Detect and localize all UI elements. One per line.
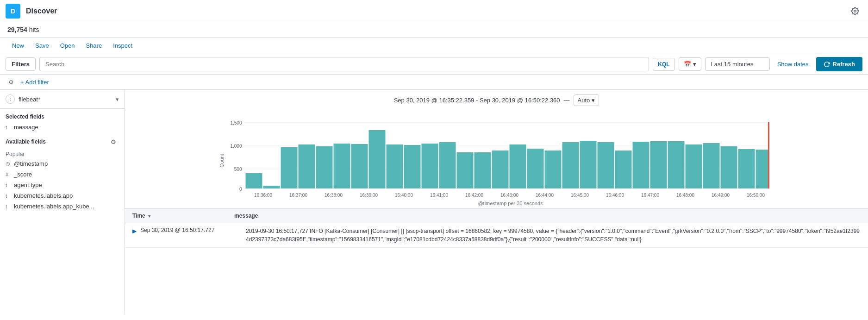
bar-29 — [756, 150, 769, 188]
field-item-message[interactable]: t message — [0, 122, 125, 132]
bar-8 — [387, 144, 403, 188]
hits-bar: 29,754 hits — [0, 22, 868, 38]
bar-27 — [721, 146, 737, 188]
x-tick-1638: 16:38:00 — [325, 193, 343, 198]
field-type-t4: t — [6, 204, 11, 209]
td-time: Sep 30, 2019 @ 16:50:17.727 — [140, 227, 242, 233]
bar-26 — [703, 143, 720, 188]
action-bar: New Save Open Share Inspect — [0, 38, 868, 54]
field-item-agent-type[interactable]: t agent.type — [0, 180, 125, 190]
save-button[interactable]: Save — [31, 39, 54, 52]
date-range-text: Sep 30, 2019 @ 16:35:22.359 - Sep 30, 20… — [394, 97, 560, 104]
y-axis-label: Count — [219, 154, 225, 167]
refresh-button[interactable]: Refresh — [816, 57, 862, 71]
available-fields-title: Available fields — [6, 138, 108, 145]
add-filter-bar: ⚙ + Add filter — [0, 75, 868, 90]
bar-11 — [439, 142, 456, 188]
field-name-k8s-labels-app-kube: kubernetes.labels.app_kube... — [14, 203, 94, 210]
auto-select[interactable]: Auto ▾ — [574, 94, 599, 106]
field-item-timestamp[interactable]: ◷ @timestamp — [0, 158, 125, 169]
th-message: message — [234, 213, 861, 219]
app-icon: D — [6, 4, 20, 19]
field-type-t3: t — [6, 193, 11, 199]
x-tick-1636: 16:36:00 — [254, 193, 272, 198]
sidebar: ‹ filebeat* ▾ Selected fields t message … — [0, 90, 125, 314]
collapse-icon[interactable]: ‹ — [6, 94, 15, 104]
field-item-score[interactable]: # _score — [0, 169, 125, 180]
auto-chevron-icon: ▾ — [592, 97, 595, 104]
top-bar: D Discover — [0, 0, 868, 22]
field-type-hash: # — [6, 172, 11, 177]
date-range-dash: — — [564, 97, 570, 104]
filter-gear-icon[interactable]: ⚙ — [6, 76, 17, 88]
x-tick-1640: 16:40:00 — [395, 193, 413, 198]
filter-bar: Filters KQL 📅 ▾ Last 15 minutes Show dat… — [0, 54, 868, 75]
bar-22 — [633, 142, 649, 188]
chart-container: Count 1,500 1,000 500 0 — [125, 111, 868, 208]
calendar-button[interactable]: 📅 ▾ — [679, 57, 701, 71]
auto-label: Auto — [578, 97, 590, 104]
refresh-icon — [824, 61, 830, 68]
table-row: ▶ Sep 30, 2019 @ 16:50:17.727 2019-09-30… — [125, 223, 868, 248]
field-type-t: t — [6, 125, 11, 130]
bar-18 — [562, 142, 579, 188]
field-name-timestamp: @timestamp — [14, 160, 48, 167]
filters-button[interactable]: Filters — [6, 57, 36, 71]
field-type-t2: t — [6, 182, 11, 188]
chevron-down-icon: ▾ — [693, 61, 696, 68]
bar-4 — [316, 146, 333, 188]
bar-28 — [738, 149, 755, 188]
main-content: ‹ filebeat* ▾ Selected fields t message … — [0, 90, 868, 314]
x-tick-1650: 16:50:00 — [747, 193, 765, 198]
bar-12 — [457, 152, 474, 188]
bar-14 — [492, 151, 509, 188]
open-button[interactable]: Open — [56, 39, 80, 52]
share-button[interactable]: Share — [81, 39, 106, 52]
bar-24 — [668, 141, 685, 188]
field-name-message: message — [14, 124, 38, 131]
x-tick-1643: 16:43:00 — [500, 193, 518, 198]
x-tick-1637: 16:37:00 — [289, 193, 307, 198]
add-filter-button[interactable]: + Add filter — [20, 79, 49, 86]
td-message: 2019-09-30 16:50:17,727 INFO [Kafka-Cons… — [246, 227, 861, 244]
svg-point-0 — [854, 10, 856, 12]
field-name-agent-type: agent.type — [14, 182, 42, 188]
field-item-k8s-labels-app[interactable]: t kubernetes.labels.app — [0, 190, 125, 201]
bar-5 — [334, 144, 350, 188]
settings-icon[interactable] — [848, 4, 862, 19]
time-range-display: Last 15 minutes — [705, 57, 770, 71]
bar-9 — [404, 145, 421, 188]
available-fields-gear-icon[interactable]: ⚙ — [108, 136, 119, 147]
index-name: filebeat* — [19, 96, 114, 103]
bar-23 — [650, 141, 667, 188]
bar-17 — [545, 151, 562, 188]
available-fields-header: Available fields ⚙ — [0, 132, 125, 149]
show-dates-button[interactable]: Show dates — [774, 58, 812, 70]
field-item-k8s-labels-app-kube[interactable]: t kubernetes.labels.app_kube... — [0, 201, 125, 212]
x-tick-1646: 16:46:00 — [606, 193, 624, 198]
x-tick-1649: 16:49:00 — [712, 193, 730, 198]
expand-row-icon[interactable]: ▶ — [132, 228, 137, 234]
hits-count: 29,754 — [7, 26, 27, 33]
inspect-button[interactable]: Inspect — [108, 39, 137, 52]
index-selector[interactable]: ‹ filebeat* ▾ — [0, 90, 125, 109]
x-tick-1648: 16:48:00 — [676, 193, 694, 198]
selected-fields-title: Selected fields — [0, 109, 125, 122]
th-time: Time ▼ — [132, 213, 234, 219]
app-title: Discover — [26, 7, 848, 15]
search-input[interactable] — [39, 57, 649, 71]
x-tick-1644: 16:44:00 — [536, 193, 554, 198]
bar-0 — [246, 173, 262, 188]
bar-7 — [369, 130, 386, 188]
bar-21 — [615, 151, 632, 188]
new-button[interactable]: New — [7, 39, 29, 52]
popular-label: Popular — [0, 149, 125, 158]
x-tick-1647: 16:47:00 — [641, 193, 659, 198]
bar-19 — [580, 141, 597, 188]
kql-button[interactable]: KQL — [653, 58, 674, 71]
x-tick-1645: 16:45:00 — [571, 193, 589, 198]
table-area: Time ▼ message ▶ Sep 30, 2019 @ 16:50:17… — [125, 208, 868, 314]
field-name-score: _score — [14, 171, 32, 178]
table-header: Time ▼ message — [125, 209, 868, 223]
x-tick-1639: 16:39:00 — [360, 193, 378, 198]
